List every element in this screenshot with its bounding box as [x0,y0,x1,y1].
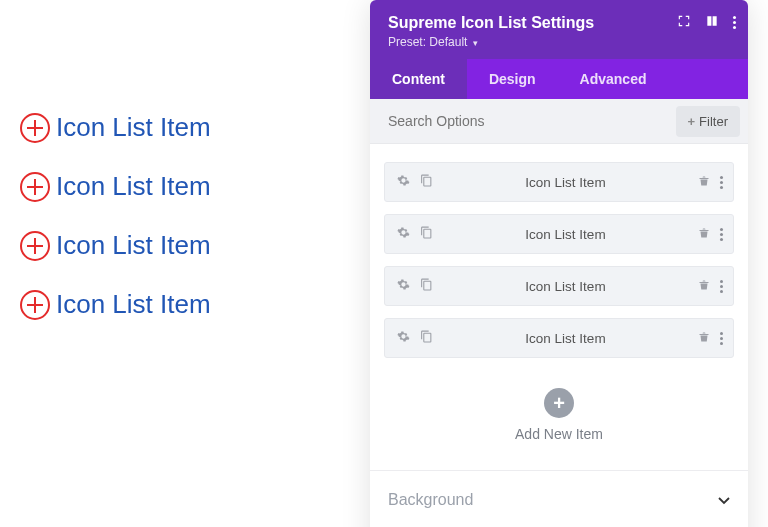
list-item-row[interactable]: Icon List Item [384,318,734,358]
plus-circle-icon [20,290,50,320]
tab-advanced[interactable]: Advanced [558,59,669,99]
add-item-button[interactable]: + [544,388,574,418]
duplicate-icon[interactable] [420,226,433,242]
items-container: Icon List Item Icon List Item Icon Lis [370,144,748,470]
background-section[interactable]: Background [370,470,748,527]
more-options-icon[interactable] [720,332,723,345]
search-input[interactable] [370,99,676,143]
more-options-icon[interactable] [720,176,723,189]
trash-icon[interactable] [698,278,710,294]
gear-icon[interactable] [397,330,410,346]
list-item-label: Icon List Item [433,227,698,242]
preview-item: Icon List Item [20,289,340,320]
tab-design[interactable]: Design [467,59,558,99]
list-item-row[interactable]: Icon List Item [384,214,734,254]
preview-item-label: Icon List Item [56,171,211,202]
chevron-down-icon [718,491,730,509]
gear-icon[interactable] [397,226,410,242]
more-options-icon[interactable] [720,228,723,241]
trash-icon[interactable] [698,226,710,242]
tab-content[interactable]: Content [370,59,467,99]
add-item-label: Add New Item [384,426,734,442]
add-item-area: + Add New Item [384,370,734,462]
panel-header: Supreme Icon List Settings Preset: Defau… [370,0,748,59]
plus-circle-icon [20,172,50,202]
search-bar: + Filter [370,99,748,144]
more-options-icon[interactable] [720,280,723,293]
preview-item: Icon List Item [20,171,340,202]
trash-icon[interactable] [698,330,710,346]
duplicate-icon[interactable] [420,278,433,294]
list-item-label: Icon List Item [433,331,698,346]
filter-button[interactable]: + Filter [676,106,740,137]
plus-circle-icon [20,113,50,143]
preview-item-label: Icon List Item [56,289,211,320]
list-item-label: Icon List Item [433,279,698,294]
preview-item-label: Icon List Item [56,112,211,143]
list-item-row[interactable]: Icon List Item [384,266,734,306]
icon-list-preview: Icon List Item Icon List Item Icon List … [20,112,340,348]
preview-item: Icon List Item [20,112,340,143]
preview-item-label: Icon List Item [56,230,211,261]
panel-layout-icon[interactable] [705,14,719,31]
duplicate-icon[interactable] [420,174,433,190]
list-item-label: Icon List Item [433,175,698,190]
settings-panel: Supreme Icon List Settings Preset: Defau… [370,0,748,527]
caret-down-icon: ▾ [473,38,478,48]
plus-icon: + [688,114,696,129]
preview-item: Icon List Item [20,230,340,261]
preset-selector[interactable]: Preset: Default ▾ [388,35,732,49]
gear-icon[interactable] [397,174,410,190]
list-item-row[interactable]: Icon List Item [384,162,734,202]
trash-icon[interactable] [698,174,710,190]
more-options-icon[interactable] [733,16,736,29]
gear-icon[interactable] [397,278,410,294]
plus-circle-icon [20,231,50,261]
tabs: Content Design Advanced [370,59,748,99]
duplicate-icon[interactable] [420,330,433,346]
focus-icon[interactable] [677,14,691,31]
